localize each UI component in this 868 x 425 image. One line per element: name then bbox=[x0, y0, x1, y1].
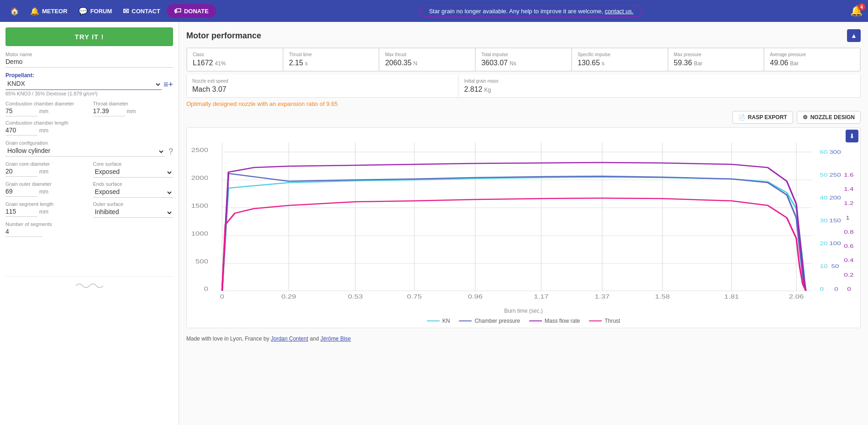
legend-kn: KN bbox=[427, 318, 450, 324]
outer-surface-select[interactable]: Inhibited Exposed bbox=[93, 208, 174, 218]
svg-text:0: 0 bbox=[820, 286, 824, 292]
chamber-length-label: Combustion chamber length bbox=[5, 120, 173, 126]
meteor-nav-item[interactable]: 🔔 METEOR bbox=[26, 4, 72, 18]
total-impulse-value: 3603.07 bbox=[481, 59, 508, 67]
chamber-diameter-group: Combustion chamber diameter mm bbox=[5, 101, 86, 116]
grain-config-group: Grain configuration Hollow cylinder ? bbox=[5, 140, 173, 157]
propellant-select[interactable]: KNDX bbox=[5, 79, 162, 90]
nozzle-exit-speed-value: Mach 3.07 bbox=[192, 85, 226, 94]
class-metric: Class L1672 41% bbox=[187, 48, 283, 71]
max-pressure-value: 59.36 bbox=[674, 59, 692, 67]
chamber-diameter-label: Combustion chamber diameter bbox=[5, 101, 86, 106]
outer-surface-label: Outer surface bbox=[93, 201, 174, 207]
grain-seg-length-label: Grain segment length bbox=[5, 201, 86, 207]
core-surface-label: Core surface bbox=[93, 161, 174, 167]
try-it-button[interactable]: TRY IT ! bbox=[5, 27, 173, 46]
throat-diameter-group: Throat diameter mm bbox=[93, 101, 174, 116]
top-navigation: 🏠 🔔 METEOR 💬 FORUM ✉ CONTACT 🏷 DONATE St… bbox=[0, 0, 868, 22]
specific-impulse-value: 130.65 bbox=[578, 59, 600, 67]
svg-text:300: 300 bbox=[829, 149, 841, 155]
max-pressure-metric: Max pressure 59.36 Bar bbox=[668, 48, 764, 71]
svg-text:50: 50 bbox=[831, 263, 839, 269]
svg-text:0.2: 0.2 bbox=[844, 272, 853, 278]
max-thrust-value: 2060.35 bbox=[385, 59, 411, 67]
action-buttons: 📄 RASP EXPORT ⚙ NOZZLE DESIGN bbox=[186, 111, 861, 124]
svg-text:0: 0 bbox=[220, 294, 224, 299]
contact-icon: ✉ bbox=[123, 7, 129, 16]
grain-outer-diameter-label: Grain outer diameter bbox=[5, 181, 86, 187]
notification-bell[interactable]: 🔔 4 bbox=[850, 5, 863, 17]
banner-link[interactable]: contact us. bbox=[605, 8, 634, 15]
forum-label: FORUM bbox=[90, 8, 112, 15]
chamber-diameter-input[interactable] bbox=[5, 107, 37, 116]
max-pressure-unit: Bar bbox=[694, 60, 703, 67]
svg-text:50: 50 bbox=[820, 172, 827, 178]
ends-surface-select[interactable]: Exposed Inhibited bbox=[93, 188, 174, 198]
svg-text:1.58: 1.58 bbox=[655, 294, 670, 299]
performance-chart: .grid-line { stroke: #e0e0e0; stroke-wid… bbox=[190, 133, 857, 307]
right-panel: Motor performance ▲ Class L1672 41% Thru… bbox=[179, 22, 868, 425]
home-nav-item[interactable]: 🏠 bbox=[5, 4, 24, 18]
grain-core-diameter-group: Grain core diameter mm bbox=[5, 161, 86, 178]
svg-text:2500: 2500 bbox=[191, 147, 208, 153]
legend-chamber-pressure-label: Chamber pressure bbox=[474, 318, 520, 324]
grain-config-label: Grain configuration bbox=[5, 140, 173, 146]
motor-name-label: Motor name bbox=[5, 52, 173, 57]
chamber-length-unit: mm bbox=[39, 127, 48, 134]
svg-text:1000: 1000 bbox=[191, 231, 208, 236]
donate-nav-item[interactable]: 🏷 DONATE bbox=[167, 4, 216, 18]
rasp-export-label: RASP EXPORT bbox=[748, 114, 787, 121]
thrust-time-label: Thrust time bbox=[289, 52, 374, 57]
nozzle-design-label: NOZZLE DESIGN bbox=[810, 114, 855, 121]
help-icon[interactable]: ? bbox=[168, 147, 173, 157]
svg-text:0.6: 0.6 bbox=[844, 243, 853, 249]
svg-text:1.37: 1.37 bbox=[595, 294, 610, 299]
chamber-length-input[interactable] bbox=[5, 126, 37, 136]
add-propellant-icon[interactable]: ≡+ bbox=[163, 80, 173, 89]
forum-icon: 💬 bbox=[79, 7, 88, 16]
x-axis-label: Burn time (sec.) bbox=[190, 308, 857, 314]
chamber-dims-row: Combustion chamber diameter mm Throat di… bbox=[5, 101, 173, 116]
svg-text:40: 40 bbox=[820, 195, 827, 200]
svg-text:20: 20 bbox=[820, 241, 827, 246]
initial-grain-mass-metric: Initial grain mass 2.812 Kg bbox=[458, 75, 860, 97]
collapse-button[interactable]: ▲ bbox=[847, 29, 861, 42]
total-impulse-label: Total impulse bbox=[481, 52, 566, 57]
svg-text:1.2: 1.2 bbox=[844, 200, 853, 206]
motor-name-input[interactable] bbox=[5, 58, 173, 68]
class-value: L1672 bbox=[193, 59, 213, 67]
rasp-export-button[interactable]: 📄 RASP EXPORT bbox=[732, 111, 793, 124]
throat-diameter-unit: mm bbox=[127, 108, 136, 115]
propellant-group: Propellant: KNDX ≡+ 65% KNO3 / 35% Dextr… bbox=[5, 72, 173, 96]
max-thrust-unit: N bbox=[413, 60, 417, 67]
throat-diameter-input[interactable] bbox=[93, 107, 125, 116]
grain-seg-length-input[interactable] bbox=[5, 208, 37, 217]
contact-nav-item[interactable]: ✉ CONTACT bbox=[118, 4, 165, 18]
grain-core-diameter-input[interactable] bbox=[5, 168, 37, 177]
wave-decoration bbox=[76, 280, 103, 291]
footer-author1-link[interactable]: Jordan Content bbox=[271, 336, 308, 342]
panel-title: Motor performance bbox=[186, 31, 261, 41]
forum-nav-item[interactable]: 💬 FORUM bbox=[74, 4, 117, 18]
left-panel: TRY IT ! Motor name Propellant: KNDX ≡+ … bbox=[0, 22, 179, 425]
nozzle-design-button[interactable]: ⚙ NOZZLE DESIGN bbox=[797, 111, 861, 124]
grain-config-select[interactable]: Hollow cylinder bbox=[5, 147, 165, 157]
svg-text:2.06: 2.06 bbox=[789, 294, 804, 299]
core-surface-select[interactable]: Exposed Inhibited bbox=[93, 168, 174, 178]
grain-outer-diameter-input[interactable] bbox=[5, 188, 37, 197]
specific-impulse-metric: Specific impulse 130.65 s bbox=[572, 48, 668, 71]
donate-icon: 🏷 bbox=[174, 7, 181, 15]
num-segments-input[interactable] bbox=[5, 228, 42, 237]
thrust-time-value: 2.15 bbox=[289, 59, 303, 67]
propellant-description: 65% KNO3 / 35% Dextrose (1.879 g/cm²) bbox=[5, 91, 173, 96]
propellant-label: Propellant: bbox=[5, 72, 173, 79]
avg-pressure-value: 49.06 bbox=[770, 59, 788, 67]
grain-core-diameter-unit: mm bbox=[39, 168, 48, 175]
avg-pressure-unit: Bar bbox=[790, 60, 799, 67]
svg-text:500: 500 bbox=[195, 258, 208, 264]
banner-area: Star grain no longer available. Any help… bbox=[218, 5, 845, 17]
svg-text:0: 0 bbox=[204, 286, 208, 292]
legend-thrust-line bbox=[589, 320, 602, 321]
footer-author2-link[interactable]: Jérôme Bise bbox=[321, 336, 351, 342]
grain-core-diameter-label: Grain core diameter bbox=[5, 161, 86, 167]
